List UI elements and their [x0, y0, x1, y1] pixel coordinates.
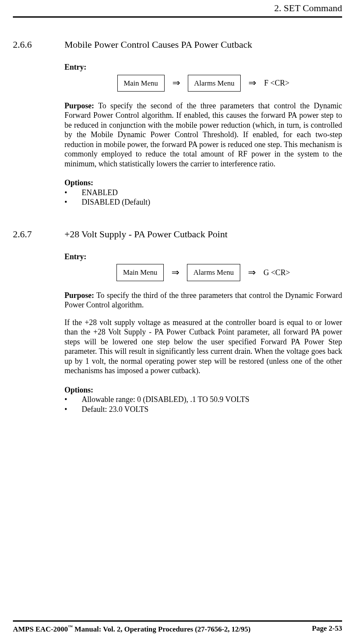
- command-text: F <CR>: [264, 78, 289, 88]
- bullet-icon: •: [64, 395, 82, 405]
- list-item: • DISABLED (Default): [64, 197, 342, 207]
- entry-navigation: Main Menu ⇒ Alarms Menu ⇒ F <CR>: [64, 75, 342, 92]
- menu-box-alarms: Alarms Menu: [187, 264, 240, 281]
- arrow-icon: ⇒: [248, 268, 256, 277]
- entry-label: Entry:: [64, 252, 342, 262]
- list-item: • Default: 23.0 VOLTS: [64, 405, 342, 414]
- footer-manual-name: AMPS EAC-2000: [13, 625, 68, 633]
- footer-line: AMPS EAC-2000™ Manual: Vol. 2, Operating…: [13, 624, 342, 634]
- list-item: • ENABLED: [64, 188, 342, 198]
- arrow-icon: ⇒: [171, 268, 179, 277]
- list-item: • Allowable range: 0 (DISABLED), .1 TO 5…: [64, 395, 342, 405]
- footer-page-number: Page 2-53: [312, 624, 342, 634]
- page-footer: AMPS EAC-2000™ Manual: Vol. 2, Operating…: [13, 620, 342, 634]
- menu-box-alarms: Alarms Menu: [188, 75, 241, 92]
- section-header: 2.6.7 +28 Volt Supply - PA Power Cutback…: [13, 229, 342, 240]
- purpose-label: Purpose:: [64, 291, 94, 300]
- options-label: Options:: [64, 178, 342, 188]
- options-block: Options: • ENABLED • DISABLED (Default): [64, 178, 342, 207]
- bullet-icon: •: [64, 405, 82, 414]
- footer-manual-suffix: Manual: Vol. 2, Operating Procedures (27…: [73, 625, 251, 633]
- options-list: • Allowable range: 0 (DISABLED), .1 TO 5…: [64, 395, 342, 414]
- options-block: Options: • Allowable range: 0 (DISABLED)…: [64, 385, 342, 414]
- option-text: Allowable range: 0 (DISABLED), .1 TO 50.…: [82, 395, 249, 405]
- content-area: 2.6.6 Mobile Power Control Causes PA Pow…: [13, 18, 342, 414]
- footer-rule: [13, 620, 342, 622]
- section-title: Mobile Power Control Causes PA Power Cut…: [64, 39, 252, 50]
- section-body: Entry: Main Menu ⇒ Alarms Menu ⇒ G <CR> …: [64, 252, 342, 414]
- page: 2. SET Command 2.6.6 Mobile Power Contro…: [0, 0, 355, 644]
- section-number: 2.6.7: [13, 229, 64, 240]
- entry-navigation: Main Menu ⇒ Alarms Menu ⇒ G <CR>: [64, 264, 342, 281]
- purpose-text: To specify the third of the three parame…: [64, 291, 342, 310]
- arrow-icon: ⇒: [172, 78, 180, 88]
- section-header: 2.6.6 Mobile Power Control Causes PA Pow…: [13, 39, 342, 50]
- extra-paragraph: If the +28 volt supply voltage as measur…: [64, 318, 342, 376]
- options-label: Options:: [64, 385, 342, 395]
- purpose-paragraph: Purpose: To specify the second of the th…: [64, 101, 342, 169]
- chapter-header: 2. SET Command: [13, 0, 342, 16]
- option-text: Default: 23.0 VOLTS: [82, 405, 149, 414]
- purpose-text: To specify the second of the three param…: [64, 101, 342, 168]
- section-number: 2.6.6: [13, 39, 64, 50]
- option-text: ENABLED: [82, 188, 118, 198]
- section-body: Entry: Main Menu ⇒ Alarms Menu ⇒ F <CR> …: [64, 62, 342, 207]
- bullet-icon: •: [64, 197, 82, 207]
- menu-box-main: Main Menu: [116, 264, 164, 281]
- purpose-paragraph: Purpose: To specify the third of the thr…: [64, 291, 342, 310]
- entry-label: Entry:: [64, 62, 342, 72]
- command-text: G <CR>: [263, 268, 290, 278]
- purpose-label: Purpose:: [64, 101, 94, 110]
- option-text: DISABLED (Default): [82, 197, 150, 207]
- tm-symbol: ™: [68, 624, 73, 629]
- footer-left: AMPS EAC-2000™ Manual: Vol. 2, Operating…: [13, 624, 251, 634]
- section-title: +28 Volt Supply - PA Power Cutback Point: [64, 229, 227, 240]
- bullet-icon: •: [64, 188, 82, 198]
- options-list: • ENABLED • DISABLED (Default): [64, 188, 342, 207]
- menu-box-main: Main Menu: [117, 75, 165, 92]
- arrow-icon: ⇒: [248, 78, 256, 88]
